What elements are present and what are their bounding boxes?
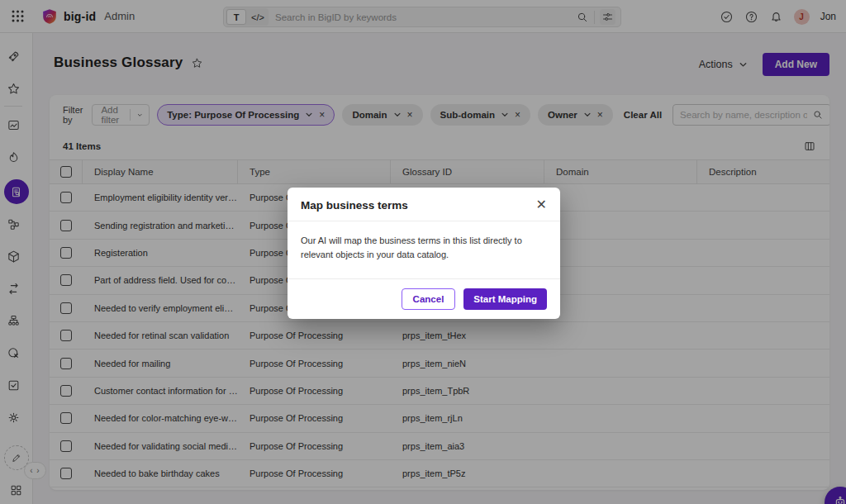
start-mapping-button[interactable]: Start Mapping [463, 288, 547, 310]
map-business-terms-modal: Map business terms ✕ Our AI will map the… [288, 188, 560, 319]
modal-body-text: Our AI will map the business terms in th… [288, 221, 560, 278]
modal-title: Map business terms [301, 199, 408, 212]
close-icon[interactable]: ✕ [536, 198, 547, 212]
cancel-button[interactable]: Cancel [402, 288, 456, 310]
